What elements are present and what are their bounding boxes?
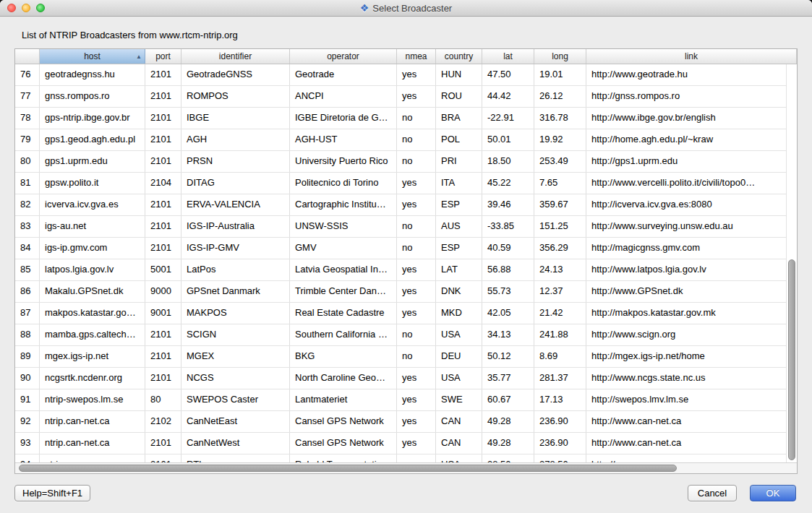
cell-host: ntrip.can-net.ca [40,411,145,432]
cell-port: 2101 [145,324,181,345]
table-row[interactable]: 90ncgsrtk.ncdenr.org2101NCGSNorth Caroli… [15,368,797,389]
table-row[interactable]: 92ntrip.can-net.ca2102CanNetEastCansel G… [15,411,797,433]
cell-nmea: no [397,324,436,345]
cell-host: gps1.geod.agh.edu.pl [40,129,145,150]
cell-long: 316.78 [534,108,586,129]
cell-port: 2101 [145,151,181,172]
cancel-button[interactable]: Cancel [688,485,737,501]
cell-identifier: GeotradeGNSS [181,64,290,85]
table-row[interactable]: 79gps1.geod.agh.edu.pl2101AGHAGH-USTnoPO… [15,129,797,151]
column-header-label: port [155,51,171,61]
cell-lat: 55.73 [482,281,534,302]
cell-lat: 45.22 [482,173,534,194]
cell-host: Makalu.GPSnet.dk [40,281,145,302]
column-header-operator[interactable]: operator [290,49,397,64]
cell-host: ncgsrtk.ncdenr.org [40,368,145,389]
window-title: Select Broadcaster [372,3,452,14]
column-header-row-number[interactable] [15,49,40,64]
column-header-label: long [552,51,568,61]
column-header-identifier[interactable]: identifier [181,49,290,64]
cell-operator: UNSW-SSIS [290,216,397,237]
table-row[interactable]: 91ntrip-swepos.lm.se80SWEPOS CasterLantm… [15,389,797,411]
cell-identifier: ROMPOS [181,86,290,107]
table-row[interactable]: 80gps1.uprm.edu2101PRSNUniversity Puerto… [15,151,797,173]
ok-button[interactable]: OK [750,485,796,501]
cell-lat: 56.88 [482,259,534,280]
cell-lat: 47.50 [482,64,534,85]
cell-nmea: yes [397,173,436,194]
cell-lat: 49.28 [482,433,534,454]
table-row[interactable]: 88mamba.gps.caltech…2101SCIGNSouthern Ca… [15,324,797,346]
cell-link: http://www.vercelli.polito.it/civili/top… [586,173,797,194]
vertical-scrollbar-thumb[interactable] [788,259,795,460]
cell-country: ITA [436,173,482,194]
zoom-button[interactable] [36,4,45,12]
cell-host: makpos.katastar.go… [40,303,145,324]
cell-country: ESP [436,194,482,215]
table-row[interactable]: 86Makalu.GPSnet.dk9000GPSnet DanmarkTrim… [15,281,797,303]
column-header-country[interactable]: country [436,49,482,64]
cell-identifier: CanNetEast [181,411,290,432]
table-row[interactable]: 82icverva.icv.gva.es2101ERVA-VALENCIACar… [15,194,797,216]
column-header-label: operator [327,51,359,61]
cell-port: 9001 [145,303,181,324]
cell-identifier: IGS-IP-Australia [181,216,290,237]
column-header-label: link [685,51,698,61]
cell-host: icverva.icv.gva.es [40,194,145,215]
cell-operator: Southern California … [290,324,397,345]
cell-row-number: 86 [15,281,40,302]
cell-row-number: 82 [15,194,40,215]
table-row[interactable]: 77gnss.rompos.ro2101ROMPOSANCPIyesROU44.… [15,86,797,108]
cell-long: 359.67 [534,194,586,215]
cell-lat: 39.46 [482,194,534,215]
column-header-nmea[interactable]: nmea [397,49,436,64]
cell-row-number: 78 [15,108,40,129]
minimize-button[interactable] [22,4,30,12]
table-row[interactable]: 84igs-ip.gmv.com2101IGS-IP-GMVGMVnoESP40… [15,238,797,259]
cell-host: igs-ip.gmv.com [40,238,145,259]
cell-link: http://gps1.uprm.edu [586,151,797,172]
table-row[interactable]: 93ntrip.can-net.ca2101CanNetWestCansel G… [15,433,797,454]
cell-host: mgex.igs-ip.net [40,346,145,367]
column-header-port[interactable]: port [145,49,181,64]
table-row[interactable]: 76geotradegnss.hu2101GeotradeGNSSGeotrad… [15,64,797,86]
cell-operator: Cansel GPS Network [290,433,397,454]
cell-country: USA [436,324,482,345]
cell-nmea: yes [397,281,436,302]
cell-host: gps1.uprm.edu [40,151,145,172]
select-broadcaster-window: ❖ Select Broadcaster List of NTRIP Broad… [0,0,812,513]
cell-nmea: no [397,151,436,172]
broadcaster-table: host▲portidentifieroperatornmeacountryla… [14,48,798,474]
cell-lat: 49.28 [482,411,534,432]
cell-operator: Lantmateriet [290,389,397,410]
cell-nmea: yes [397,64,436,85]
cell-operator: GMV [290,238,397,259]
cell-country: DEU [436,346,482,367]
horizontal-scrollbar-thumb[interactable] [19,465,677,472]
vertical-scrollbar[interactable] [786,64,797,463]
cell-country: MKD [436,303,482,324]
cell-nmea: yes [397,194,436,215]
help-button[interactable]: Help=Shift+F1 [14,485,90,501]
cell-nmea: yes [397,303,436,324]
column-header-long[interactable]: long [534,49,586,64]
cell-identifier: SWEPOS Caster [181,389,290,410]
table-row[interactable]: 85latpos.lgia.gov.lv5001LatPosLatvia Geo… [15,259,797,281]
cell-country: POL [436,129,482,150]
table-row[interactable]: 78gps-ntrip.ibge.gov.br2101IBGEIGBE Dire… [15,108,797,129]
title-group: ❖ Select Broadcaster [0,0,812,16]
close-button[interactable] [7,4,16,12]
table-row[interactable]: 83igs-au.net2101IGS-IP-AustraliaUNSW-SSI… [15,216,797,238]
table-row[interactable]: 81gpsw.polito.it2104DITAGPolitecnico di … [15,173,797,194]
column-header-lat[interactable]: lat [482,49,534,64]
cell-long: 241.88 [534,324,586,345]
cell-port: 2101 [145,368,181,389]
cell-country: CAN [436,411,482,432]
cell-link: http://magicgnss.gmv.com [586,238,797,259]
horizontal-scrollbar[interactable] [15,462,797,473]
column-header-host[interactable]: host▲ [40,49,145,64]
cell-long: 356.29 [534,238,586,259]
table-row[interactable]: 89mgex.igs-ip.net2101MGEXBKGnoDEU50.128.… [15,346,797,368]
table-row[interactable]: 87makpos.katastar.go…9001MAKPOSReal Esta… [15,303,797,324]
column-header-link[interactable]: link [586,49,797,64]
